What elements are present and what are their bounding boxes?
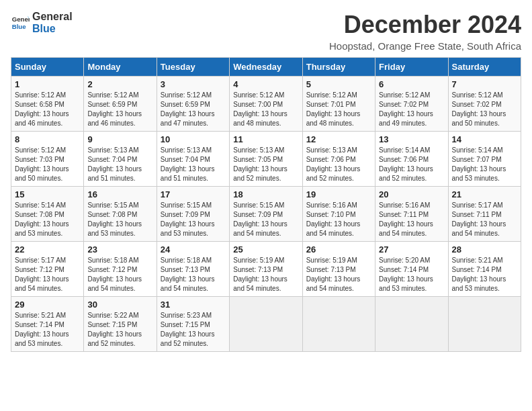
calendar-cell: 1Sunrise: 5:12 AMSunset: 6:58 PMDaylight… <box>11 77 84 132</box>
day-info: Sunrise: 5:13 AMSunset: 7:06 PMDaylight:… <box>306 146 371 183</box>
calendar-week-row: 8Sunrise: 5:12 AMSunset: 7:03 PMDaylight… <box>11 132 521 187</box>
day-info: Sunrise: 5:23 AMSunset: 7:15 PMDaylight:… <box>161 311 226 349</box>
day-info: Sunrise: 5:12 AMSunset: 7:03 PMDaylight:… <box>15 146 80 183</box>
calendar-table: SundayMondayTuesdayWednesdayThursdayFrid… <box>11 57 521 352</box>
day-info: Sunrise: 5:21 AMSunset: 7:14 PMDaylight:… <box>452 256 517 293</box>
day-number: 2 <box>87 79 152 89</box>
calendar-cell: 26Sunrise: 5:19 AMSunset: 7:13 PMDayligh… <box>302 242 375 297</box>
day-number: 13 <box>379 134 444 144</box>
calendar-cell: 7Sunrise: 5:12 AMSunset: 7:02 PMDaylight… <box>448 77 521 132</box>
calendar-cell: 20Sunrise: 5:16 AMSunset: 7:11 PMDayligh… <box>375 187 448 242</box>
day-info: Sunrise: 5:16 AMSunset: 7:10 PMDaylight:… <box>306 201 371 238</box>
day-number: 22 <box>15 244 80 255</box>
day-info: Sunrise: 5:12 AMSunset: 7:02 PMDaylight:… <box>452 91 517 128</box>
day-number: 16 <box>87 189 152 199</box>
calendar-cell: 30Sunrise: 5:22 AMSunset: 7:15 PMDayligh… <box>84 297 157 352</box>
column-header-monday: Monday <box>84 58 157 77</box>
day-number: 7 <box>452 79 517 89</box>
calendar-cell: 29Sunrise: 5:21 AMSunset: 7:14 PMDayligh… <box>11 297 84 352</box>
logo-icon: General Blue <box>11 13 30 32</box>
calendar-cell: 31Sunrise: 5:23 AMSunset: 7:15 PMDayligh… <box>157 297 229 352</box>
column-header-sunday: Sunday <box>11 58 84 77</box>
day-info: Sunrise: 5:12 AMSunset: 7:01 PMDaylight:… <box>306 91 371 128</box>
calendar-cell: 22Sunrise: 5:17 AMSunset: 7:12 PMDayligh… <box>11 242 84 297</box>
calendar-cell: 23Sunrise: 5:18 AMSunset: 7:12 PMDayligh… <box>84 242 157 297</box>
calendar-cell: 10Sunrise: 5:13 AMSunset: 7:04 PMDayligh… <box>157 132 229 187</box>
calendar-cell: 15Sunrise: 5:14 AMSunset: 7:08 PMDayligh… <box>11 187 84 242</box>
calendar-cell: 12Sunrise: 5:13 AMSunset: 7:06 PMDayligh… <box>302 132 375 187</box>
title-area: December 2024 Hoopstad, Orange Free Stat… <box>329 11 521 52</box>
column-header-saturday: Saturday <box>448 58 521 77</box>
day-number: 11 <box>233 134 298 144</box>
calendar-cell: 2Sunrise: 5:12 AMSunset: 6:59 PMDaylight… <box>84 77 157 132</box>
day-info: Sunrise: 5:13 AMSunset: 7:05 PMDaylight:… <box>233 146 298 183</box>
day-number: 15 <box>15 189 80 199</box>
day-number: 5 <box>306 79 371 89</box>
column-header-friday: Friday <box>375 58 448 77</box>
logo: General Blue General Blue <box>11 11 73 34</box>
day-info: Sunrise: 5:15 AMSunset: 7:09 PMDaylight:… <box>233 201 298 238</box>
day-number: 24 <box>161 244 226 255</box>
day-number: 9 <box>87 134 152 144</box>
calendar-header-row: SundayMondayTuesdayWednesdayThursdayFrid… <box>11 58 521 77</box>
calendar-cell <box>448 297 521 352</box>
calendar-cell <box>375 297 448 352</box>
day-info: Sunrise: 5:14 AMSunset: 7:07 PMDaylight:… <box>452 146 517 183</box>
day-info: Sunrise: 5:18 AMSunset: 7:12 PMDaylight:… <box>87 256 152 293</box>
header: General Blue General Blue December 2024 … <box>11 11 521 52</box>
calendar-cell: 11Sunrise: 5:13 AMSunset: 7:05 PMDayligh… <box>230 132 302 187</box>
day-number: 10 <box>161 134 226 144</box>
location-subtitle: Hoopstad, Orange Free State, South Afric… <box>329 40 521 52</box>
day-number: 20 <box>379 189 444 199</box>
day-number: 30 <box>87 300 152 310</box>
calendar-cell: 27Sunrise: 5:20 AMSunset: 7:14 PMDayligh… <box>375 242 448 297</box>
day-number: 4 <box>233 79 298 89</box>
calendar-week-row: 15Sunrise: 5:14 AMSunset: 7:08 PMDayligh… <box>11 187 521 242</box>
calendar-cell: 25Sunrise: 5:19 AMSunset: 7:13 PMDayligh… <box>230 242 302 297</box>
day-info: Sunrise: 5:14 AMSunset: 7:08 PMDaylight:… <box>15 201 80 238</box>
day-number: 27 <box>379 244 444 255</box>
day-info: Sunrise: 5:12 AMSunset: 7:00 PMDaylight:… <box>233 91 298 128</box>
day-number: 29 <box>15 300 80 310</box>
day-info: Sunrise: 5:15 AMSunset: 7:09 PMDaylight:… <box>161 201 226 238</box>
day-number: 14 <box>452 134 517 144</box>
calendar-cell: 16Sunrise: 5:15 AMSunset: 7:08 PMDayligh… <box>84 187 157 242</box>
day-info: Sunrise: 5:19 AMSunset: 7:13 PMDaylight:… <box>306 256 371 293</box>
calendar-cell: 24Sunrise: 5:18 AMSunset: 7:13 PMDayligh… <box>157 242 229 297</box>
day-info: Sunrise: 5:13 AMSunset: 7:04 PMDaylight:… <box>161 146 226 183</box>
calendar-week-row: 29Sunrise: 5:21 AMSunset: 7:14 PMDayligh… <box>11 297 521 352</box>
day-number: 1 <box>15 79 80 89</box>
calendar-week-row: 1Sunrise: 5:12 AMSunset: 6:58 PMDaylight… <box>11 77 521 132</box>
logo-general: General <box>32 11 73 23</box>
day-info: Sunrise: 5:18 AMSunset: 7:13 PMDaylight:… <box>161 256 226 293</box>
day-info: Sunrise: 5:12 AMSunset: 6:59 PMDaylight:… <box>161 91 226 128</box>
calendar-cell: 6Sunrise: 5:12 AMSunset: 7:02 PMDaylight… <box>375 77 448 132</box>
calendar-cell: 18Sunrise: 5:15 AMSunset: 7:09 PMDayligh… <box>230 187 302 242</box>
calendar-cell: 14Sunrise: 5:14 AMSunset: 7:07 PMDayligh… <box>448 132 521 187</box>
day-number: 25 <box>233 244 298 255</box>
day-info: Sunrise: 5:22 AMSunset: 7:15 PMDaylight:… <box>87 311 152 349</box>
day-info: Sunrise: 5:16 AMSunset: 7:11 PMDaylight:… <box>379 201 444 238</box>
calendar-cell: 19Sunrise: 5:16 AMSunset: 7:10 PMDayligh… <box>302 187 375 242</box>
day-number: 3 <box>161 79 226 89</box>
calendar-cell: 5Sunrise: 5:12 AMSunset: 7:01 PMDaylight… <box>302 77 375 132</box>
calendar-week-row: 22Sunrise: 5:17 AMSunset: 7:12 PMDayligh… <box>11 242 521 297</box>
day-info: Sunrise: 5:15 AMSunset: 7:08 PMDaylight:… <box>87 201 152 238</box>
day-number: 8 <box>15 134 80 144</box>
calendar-cell: 28Sunrise: 5:21 AMSunset: 7:14 PMDayligh… <box>448 242 521 297</box>
calendar-cell: 3Sunrise: 5:12 AMSunset: 6:59 PMDaylight… <box>157 77 229 132</box>
day-number: 28 <box>452 244 517 255</box>
day-number: 19 <box>306 189 371 199</box>
calendar-cell: 9Sunrise: 5:13 AMSunset: 7:04 PMDaylight… <box>84 132 157 187</box>
day-info: Sunrise: 5:13 AMSunset: 7:04 PMDaylight:… <box>87 146 152 183</box>
day-info: Sunrise: 5:20 AMSunset: 7:14 PMDaylight:… <box>379 256 444 293</box>
day-info: Sunrise: 5:17 AMSunset: 7:12 PMDaylight:… <box>15 256 80 293</box>
day-info: Sunrise: 5:17 AMSunset: 7:11 PMDaylight:… <box>452 201 517 238</box>
day-info: Sunrise: 5:21 AMSunset: 7:14 PMDaylight:… <box>15 311 80 349</box>
day-number: 26 <box>306 244 371 255</box>
calendar-cell <box>230 297 302 352</box>
day-info: Sunrise: 5:19 AMSunset: 7:13 PMDaylight:… <box>233 256 298 293</box>
day-info: Sunrise: 5:12 AMSunset: 6:58 PMDaylight:… <box>15 91 80 128</box>
calendar-cell: 8Sunrise: 5:12 AMSunset: 7:03 PMDaylight… <box>11 132 84 187</box>
svg-text:General: General <box>12 15 30 23</box>
